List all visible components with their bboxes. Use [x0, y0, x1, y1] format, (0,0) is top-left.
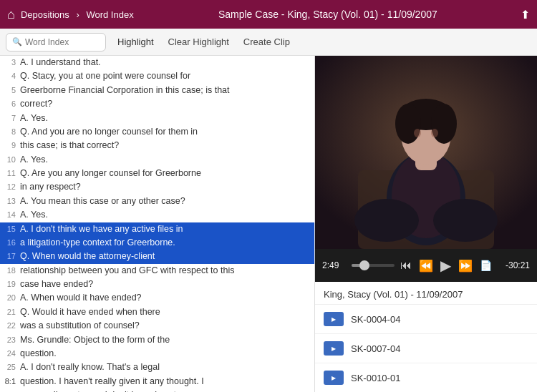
- table-row[interactable]: 16a litigation-type context for Greerbor…: [0, 236, 314, 250]
- line-text: A. I don't think we have any active file…: [20, 222, 314, 236]
- table-row[interactable]: 2mean -- I'm not sure. I don't know how …: [0, 388, 314, 392]
- page-title: Sample Case - King, Stacy (Vol. 01) - 11…: [135, 9, 521, 20]
- line-number: 25: [0, 361, 20, 374]
- video-placeholder: [315, 56, 537, 249]
- table-row[interactable]: 3A. I understand that.: [0, 56, 314, 69]
- rewind-button[interactable]: ⏪: [417, 258, 435, 274]
- toolbar: 🔍 Highlight Clear Highlight Create Clip: [0, 29, 537, 56]
- line-number: 12: [0, 180, 20, 194]
- line-number: 5: [0, 84, 20, 97]
- progress-bar[interactable]: [352, 264, 395, 267]
- line-text: A. I understand that.: [20, 56, 314, 69]
- table-row[interactable]: 24question.: [0, 347, 314, 361]
- line-text: a litigation-type context for Greerborne…: [20, 236, 314, 250]
- table-row[interactable]: 6correct?: [0, 97, 314, 111]
- svg-point-10: [431, 129, 438, 137]
- line-text: A. You mean this case or any other case?: [20, 195, 314, 208]
- table-row[interactable]: 11Q. Are you any longer counsel for Gree…: [0, 167, 314, 180]
- share-icon[interactable]: ⬆: [521, 8, 530, 21]
- table-row[interactable]: 4Q. Stacy, you at one point were counsel…: [0, 69, 314, 83]
- line-text: Ms. Grundle: Object to the form of the: [20, 333, 314, 347]
- search-box[interactable]: 🔍: [6, 33, 106, 52]
- line-text: case have ended?: [20, 278, 314, 291]
- table-row[interactable]: 8Q. And you are no longer counsel for th…: [0, 125, 314, 139]
- end-time: -30:21: [498, 260, 530, 270]
- progress-fill: [352, 264, 364, 267]
- table-row[interactable]: 20A. When would it have ended?: [0, 291, 314, 305]
- video-area: [315, 56, 537, 249]
- home-icon[interactable]: ⌂: [7, 7, 15, 22]
- table-row[interactable]: 7A. Yes.: [0, 112, 314, 125]
- line-number: 3: [0, 56, 20, 69]
- right-panel: 2:49 ⏮ ⏪ ▶ ⏩ 📄 -30:21 King, Stacy (Vol. …: [315, 56, 537, 392]
- line-number: 8:1: [0, 375, 20, 388]
- highlight-button[interactable]: Highlight: [115, 35, 157, 49]
- clip-label: SK-0007-04: [351, 343, 400, 354]
- line-text: correct?: [20, 97, 314, 111]
- line-text: mean -- I'm not sure. I don't know how t…: [20, 388, 314, 392]
- transcript-panel[interactable]: 3A. I understand that.4Q. Stacy, you at …: [0, 56, 315, 392]
- clear-highlight-button[interactable]: Clear Highlight: [165, 35, 232, 49]
- line-text: Q. And you are no longer counsel for the…: [20, 125, 314, 139]
- line-text: A. Yes.: [20, 112, 314, 125]
- line-number: 7: [0, 112, 20, 125]
- line-text: A. I don't really know. That's a legal: [20, 361, 314, 374]
- line-text: Q. Would it have ended when there: [20, 305, 314, 319]
- table-row[interactable]: 9this case; is that correct?: [0, 139, 314, 152]
- table-row[interactable]: 10A. Yes.: [0, 153, 314, 167]
- list-item[interactable]: SK-0007-04: [315, 334, 537, 363]
- line-number: 14: [0, 208, 20, 222]
- fast-forward-button[interactable]: ⏩: [457, 258, 474, 274]
- clip-list: King, Stacy (Vol. 01) - 11/09/2007 SK-00…: [315, 282, 537, 392]
- video-person: [315, 56, 537, 249]
- clip-icon: [324, 312, 344, 326]
- table-row[interactable]: 22was a substitution of counsel?: [0, 319, 314, 333]
- line-number: 22: [0, 319, 20, 333]
- line-number: 20: [0, 291, 20, 305]
- table-row[interactable]: 8:1question. I haven't really given it a…: [0, 375, 314, 388]
- line-text: Greerborne Financial Corporation in this…: [20, 84, 314, 97]
- line-number: 4: [0, 69, 20, 83]
- line-number: 10: [0, 153, 20, 167]
- main-content: 3A. I understand that.4Q. Stacy, you at …: [0, 56, 537, 392]
- table-row[interactable]: 25A. I don't really know. That's a legal: [0, 361, 314, 374]
- line-number: 9: [0, 139, 20, 152]
- line-number: 8: [0, 125, 20, 139]
- line-text: A. When would it have ended?: [20, 291, 314, 305]
- table-row[interactable]: 13A. You mean this case or any other cas…: [0, 195, 314, 208]
- topbar: ⌂ Depositions › Word Index Sample Case -…: [0, 0, 537, 29]
- clip-label: SK-0004-04: [351, 314, 400, 325]
- play-button[interactable]: ▶: [439, 255, 453, 275]
- line-number: 17: [0, 250, 20, 263]
- table-row[interactable]: 18relationship between you and GFC with …: [0, 264, 314, 278]
- clip-list-header: King, Stacy (Vol. 01) - 11/09/2007: [315, 282, 537, 305]
- current-time: 2:49: [322, 260, 347, 270]
- line-number: 18: [0, 264, 20, 278]
- table-row[interactable]: 5Greerborne Financial Corporation in thi…: [0, 84, 314, 97]
- line-text: Q. Stacy, you at one point were counsel …: [20, 69, 314, 83]
- create-clip-button[interactable]: Create Clip: [241, 35, 293, 49]
- table-row[interactable]: 12in any respect?: [0, 180, 314, 194]
- rewind-start-button[interactable]: ⏮: [399, 258, 413, 273]
- search-input[interactable]: [25, 37, 100, 47]
- nav-depositions[interactable]: Depositions: [21, 9, 69, 20]
- table-row[interactable]: 19case have ended?: [0, 278, 314, 291]
- line-text: A. Yes.: [20, 208, 314, 222]
- line-number: 21: [0, 305, 20, 319]
- line-text: this case; is that correct?: [20, 139, 314, 152]
- list-item[interactable]: SK-0010-01: [315, 363, 537, 392]
- svg-point-12: [433, 199, 498, 242]
- table-row[interactable]: 15A. I don't think we have any active fi…: [0, 222, 314, 236]
- line-number: 6: [0, 97, 20, 111]
- table-row[interactable]: 14A. Yes.: [0, 208, 314, 222]
- table-row[interactable]: 21Q. Would it have ended when there: [0, 305, 314, 319]
- transcript-button[interactable]: 📄: [478, 258, 493, 273]
- nav-word-index[interactable]: Word Index: [86, 9, 133, 20]
- table-row[interactable]: 23Ms. Grundle: Object to the form of the: [0, 333, 314, 347]
- line-number: 11: [0, 167, 20, 180]
- table-row[interactable]: 17Q. When would the attorney-client: [0, 250, 314, 263]
- svg-point-9: [414, 129, 421, 137]
- list-item[interactable]: SK-0004-04: [315, 305, 537, 334]
- line-text: Q. When would the attorney-client: [20, 250, 314, 263]
- line-number: 23: [0, 333, 20, 347]
